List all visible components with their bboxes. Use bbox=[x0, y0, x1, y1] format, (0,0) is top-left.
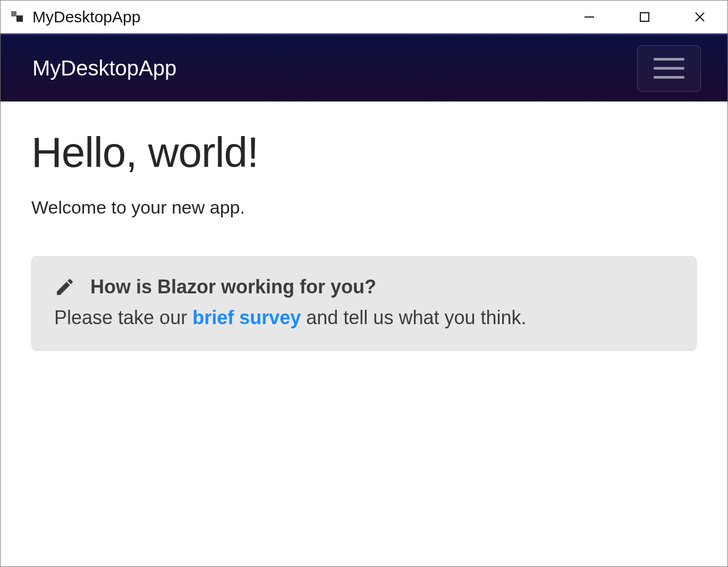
window-controls bbox=[562, 1, 727, 33]
close-button[interactable] bbox=[672, 1, 727, 33]
app-icon bbox=[10, 10, 25, 24]
navbar: MyDesktopApp bbox=[1, 33, 727, 101]
main-content: Hello, world! Welcome to your new app. H… bbox=[1, 101, 727, 566]
window-title: MyDesktopApp bbox=[32, 8, 562, 26]
maximize-icon bbox=[639, 11, 650, 23]
close-icon bbox=[694, 11, 706, 23]
svg-rect-4 bbox=[640, 13, 649, 21]
page-heading: Hello, world! bbox=[31, 128, 697, 177]
survey-text-after: and tell us what you think. bbox=[301, 307, 526, 328]
survey-heading-row: How is Blazor working for you? bbox=[54, 276, 674, 298]
navbar-toggler[interactable] bbox=[637, 45, 701, 92]
navbar-brand[interactable]: MyDesktopApp bbox=[32, 56, 176, 80]
app-window: MyDesktopApp MyDesktopApp bbox=[0, 0, 728, 567]
survey-text-before: Please take our bbox=[54, 307, 192, 328]
titlebar: MyDesktopApp bbox=[1, 1, 727, 33]
minimize-icon bbox=[583, 11, 595, 23]
survey-text: Please take our brief survey and tell us… bbox=[54, 307, 674, 329]
svg-rect-0 bbox=[11, 11, 16, 16]
survey-title: How is Blazor working for you? bbox=[90, 276, 376, 298]
svg-rect-1 bbox=[16, 15, 23, 22]
survey-prompt: How is Blazor working for you? Please ta… bbox=[31, 256, 697, 351]
maximize-button[interactable] bbox=[617, 1, 672, 33]
pencil-icon bbox=[54, 276, 75, 298]
page-subtext: Welcome to your new app. bbox=[31, 197, 697, 218]
hamburger-icon bbox=[654, 58, 684, 79]
survey-link[interactable]: brief survey bbox=[192, 307, 301, 328]
minimize-button[interactable] bbox=[562, 1, 617, 33]
